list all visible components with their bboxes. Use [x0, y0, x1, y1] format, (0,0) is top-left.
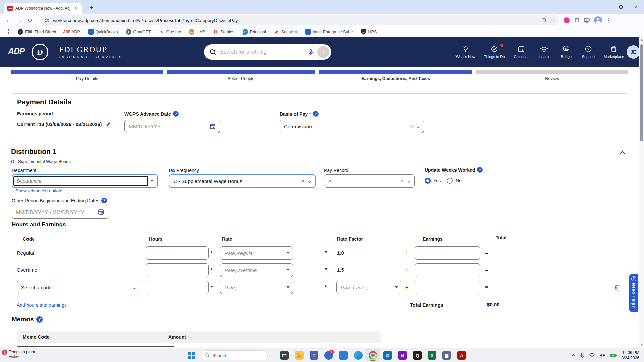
bookmark-principal[interactable]: PPrincipal — [243, 29, 266, 35]
need-help-tab[interactable]: ? Need Help? — [629, 274, 638, 312]
earnings-field[interactable] — [419, 267, 476, 273]
column-resize-handle[interactable]: ⋮ — [154, 334, 158, 339]
wgps-advance-date-input[interactable] — [124, 120, 220, 133]
app-file-explorer[interactable]: ▙ — [292, 349, 307, 362]
basis-of-pay-select[interactable]: Commission ✕ ⌄ — [280, 120, 424, 133]
rate-select-overtime[interactable]: Rate,Overtime — [220, 263, 293, 277]
window-close-button[interactable]: ✕ — [629, 0, 644, 14]
pay-record-select[interactable]: A ✕ ⌄ — [324, 174, 415, 188]
earnings-input-new[interactable] — [415, 281, 480, 294]
bookmark-hap[interactable]: hapHAP — [189, 29, 205, 35]
help-icon[interactable]: ? — [101, 198, 107, 203]
calendar-picker-icon[interactable] — [210, 123, 216, 129]
nav-support[interactable]: ? Support — [582, 45, 595, 59]
bookmark-fifth-third[interactable]: ◐Fifth Third Direct — [18, 29, 56, 35]
battery-icon[interactable] — [610, 353, 617, 357]
adp-logo[interactable]: ADP — [8, 46, 25, 56]
step-select-people[interactable]: Select People — [167, 70, 315, 81]
collapse-chevron-up-icon[interactable] — [619, 150, 625, 154]
update-weeks-yes-radio[interactable]: Yes — [425, 178, 441, 184]
rate-select-regular[interactable]: Rate,Regular — [220, 246, 293, 260]
department-input[interactable] — [17, 178, 145, 184]
step-review[interactable]: Review — [476, 70, 628, 81]
bookmark-quickbooks[interactable]: |QuickBooks — [88, 29, 118, 35]
bookmark-star-icon[interactable]: ☆ — [551, 17, 555, 24]
dropdown-arrow-icon[interactable] — [287, 269, 289, 271]
earnings-input-overtime[interactable] — [415, 263, 480, 277]
code-select[interactable]: Select a code ⌄ — [17, 281, 140, 294]
other-period-input[interactable] — [12, 205, 108, 219]
chevron-down-icon[interactable]: ⌄ — [307, 178, 312, 184]
clear-icon[interactable]: ✕ — [400, 178, 404, 184]
tray-chevron-up-icon[interactable] — [571, 354, 576, 357]
window-maximize-button[interactable] — [613, 0, 629, 14]
delete-row-trash-icon[interactable] — [614, 284, 620, 291]
device-share-icon[interactable] — [584, 17, 590, 24]
bookmark-staples[interactable]: ⊓Staples — [213, 29, 234, 35]
window-minimize-button[interactable] — [598, 0, 613, 14]
bookmark-adp[interactable]: ADPADP — [64, 29, 80, 35]
extensions-puzzle-icon[interactable] — [574, 17, 580, 23]
other-period-field[interactable] — [16, 209, 95, 215]
hours-input-regular[interactable] — [146, 246, 209, 260]
hours-field[interactable] — [150, 285, 204, 290]
search-submit-button[interactable]: ↑ — [317, 46, 329, 58]
column-resize-handle[interactable]: ⋮ — [300, 334, 304, 339]
user-avatar[interactable]: JE — [627, 45, 640, 59]
page-scrollbar[interactable] — [639, 37, 644, 348]
app-chrome-active[interactable] — [366, 349, 380, 362]
bookmark-saasant[interactable]: SaasAnt — [274, 29, 297, 35]
update-weeks-no-radio[interactable]: No — [447, 178, 462, 184]
chrome-profile-avatar[interactable] — [594, 16, 602, 24]
radio-unselected-icon[interactable] — [447, 178, 453, 184]
start-button[interactable] — [188, 352, 195, 359]
scrollbar-thumb[interactable] — [640, 44, 643, 141]
taskbar-search[interactable]: Search — [201, 350, 268, 360]
add-hours-earnings-link[interactable]: Add hours and earnings — [17, 302, 67, 308]
dropdown-arrow-icon[interactable] — [395, 286, 398, 288]
scroll-up-arrow[interactable] — [640, 39, 643, 41]
hours-input-new[interactable] — [146, 281, 209, 294]
tax-frequency-select[interactable]: C - Supplemental Wage Bonus ✕ ⌄ — [169, 174, 316, 188]
hours-field[interactable] — [150, 250, 204, 256]
hours-input-overtime[interactable] — [146, 263, 209, 277]
radio-selected-icon[interactable] — [425, 178, 431, 184]
clear-icon[interactable]: ✕ — [410, 124, 414, 129]
dropdown-arrow-icon[interactable] — [287, 252, 289, 254]
earnings-field[interactable] — [419, 285, 476, 290]
bookmark-one-inc[interactable]: ∿One Inc — [159, 29, 181, 35]
dropdown-arrow-icon[interactable] — [287, 286, 289, 288]
rate-factor-select-new[interactable]: Rate Factor, — [336, 281, 401, 294]
global-search-bar[interactable]: Search for anything ↑ — [204, 44, 331, 60]
taskbar-clock[interactable]: 12:06 PM 3/24/2026 — [622, 350, 639, 361]
column-resize-handle[interactable]: ⋮ — [372, 334, 376, 339]
clear-icon[interactable]: ✕ — [301, 178, 305, 184]
app-dark[interactable]: Q — [410, 349, 425, 362]
volume-icon[interactable] — [599, 353, 605, 358]
wgps-date-field[interactable] — [129, 124, 207, 129]
app-onenote[interactable]: N — [395, 349, 410, 362]
wifi-icon[interactable] — [589, 353, 595, 358]
show-advanced-options-link[interactable]: Show advanced options — [15, 188, 63, 193]
address-bar[interactable]: workforcenow.adp.com/theme/admin.html#/P… — [40, 15, 559, 25]
dropdown-arrow-icon[interactable] — [151, 180, 153, 182]
rate-select-new[interactable]: Rate, — [220, 281, 293, 294]
voice-search-icon[interactable] — [307, 49, 314, 55]
new-tab-button[interactable]: + — [87, 3, 96, 13]
site-settings-icon[interactable] — [44, 18, 50, 23]
zoom-search-icon[interactable] — [542, 18, 547, 23]
weather-widget[interactable]: 1 Temps to plum... Friday — [9, 350, 38, 358]
bookmark-intuit-suite[interactable]: |Intuit Enterprise Suite — [305, 29, 353, 35]
reload-button[interactable]: ⟳ — [25, 15, 36, 26]
app-excel[interactable]: X — [425, 349, 439, 362]
help-icon[interactable]: ? — [36, 316, 43, 323]
nav-calendar[interactable]: Calendar — [514, 45, 529, 59]
forward-button[interactable]: → — [14, 15, 25, 26]
help-icon[interactable]: ? — [173, 111, 179, 117]
app-calculator[interactable]: ▦ — [439, 349, 454, 362]
chrome-menu-icon[interactable]: ⋮ — [606, 17, 611, 23]
app-edge[interactable] — [351, 349, 366, 362]
app-outlook[interactable]: O — [380, 349, 395, 362]
help-icon[interactable]: ? — [477, 167, 483, 173]
department-combobox[interactable] — [12, 174, 158, 188]
